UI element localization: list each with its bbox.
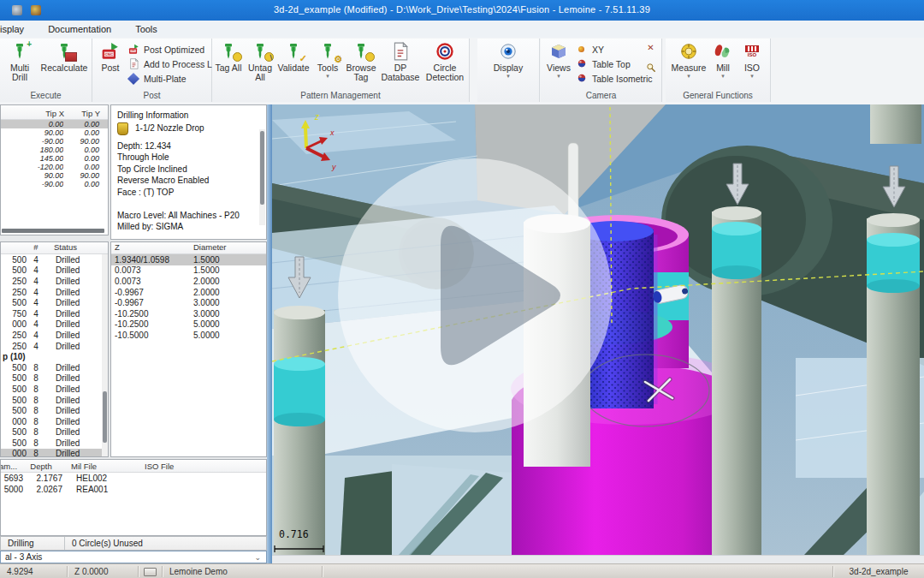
views-button[interactable]: Views [544,41,573,79]
table-row[interactable]: -0.99673.0000 [111,297,266,308]
table-row[interactable]: 0004Drilled [1,319,108,331]
table-row[interactable]: 180.000.00 [1,146,108,154]
post-optimized-button[interactable]: Post Optimized [128,42,221,57]
circle-detection-button[interactable]: Circle Detection [423,41,467,82]
table-row[interactable]: 5008Drilled [1,438,108,449]
table-top-button[interactable]: Table Top [577,57,653,71]
table-row[interactable]: 0008Drilled [1,449,108,457]
table-row[interactable]: -0.99672.0000 [111,287,266,298]
multi-drill-button[interactable]: + Multi Drill [2,41,38,82]
fit-view-icon-button[interactable]: ✕ [645,42,656,53]
table-row[interactable]: 1.9340/1.05981.5000 [111,254,266,265]
display-button[interactable]: Display [486,41,530,79]
z-diameter-table[interactable]: Z Diameter 1.9340/1.05981.50000.00731.50… [110,241,267,457]
file-table-header: am... Depth Mil File ISO File [1,460,266,473]
table-row[interactable]: -120.000.00 [1,163,108,171]
add-to-process-list-button[interactable]: Add to Process List [128,57,221,71]
table-row[interactable]: 2504Drilled [1,276,108,287]
recalculate-button[interactable]: Recalculate [38,41,91,73]
mill-file-table[interactable]: am... Depth Mil File ISO File 56932.1767… [0,459,267,536]
multi-plate-button[interactable]: Multi-Plate [128,71,221,86]
table-row[interactable]: 0.00732.0000 [111,276,266,287]
table-cell: 500 [1,265,27,275]
3d-viewport[interactable]: z x y 0.716 [272,104,924,555]
count-header[interactable]: # [27,242,45,253]
table-row[interactable]: 5004Drilled [1,297,108,308]
table-row[interactable]: 0.000.00 [1,120,108,128]
title-bar[interactable]: 3d-2d_example (Modified) - D:\Work_Drive… [0,0,924,21]
depth-header[interactable]: Depth [21,462,61,471]
measure-button[interactable]: Measure [669,41,708,79]
table-cell: 500 [1,396,27,405]
tip-y-header[interactable]: Tip Y [64,109,107,118]
menu-documentation[interactable]: Documentation [36,22,123,36]
untag-all-label: Untag All [245,63,275,82]
table-row[interactable]: 90.0090.00 [1,171,108,180]
table-row[interactable]: 5008Drilled [1,405,108,416]
iso-file-header[interactable]: ISO File [117,462,266,471]
table-row[interactable]: 2504Drilled [1,330,108,341]
untag-all-button[interactable]: ∖ Untag All [245,41,275,82]
display-label: Display [494,63,523,73]
menu-display[interactable]: isplay [0,22,36,36]
mill-button[interactable]: Mill [710,41,736,79]
diam-file-header[interactable]: am... [0,462,21,471]
nozzle-macro-icon [117,122,128,135]
mil-file-header[interactable]: Mil File [61,462,117,471]
table-row[interactable]: 0.00731.5000 [111,265,266,277]
post-button[interactable]: Post [96,41,125,73]
table-row[interactable]: 5004Drilled [1,265,108,277]
table-row[interactable]: 2504Drilled [1,287,108,298]
diameter-col-header[interactable]: Diameter [193,242,266,253]
menu-tools[interactable]: Tools [123,22,169,36]
dp-database-button[interactable]: DP Database [380,41,421,82]
table-isometric-button[interactable]: Table Isometric [577,71,653,86]
table-cell: 1.5000 [193,255,266,265]
document-tab[interactable]: 3d-2d_example [832,566,924,577]
table-row[interactable]: 5008Drilled [1,373,108,384]
table-row[interactable]: -10.50005.0000 [111,330,266,341]
table-row[interactable]: -10.25003.0000 [111,308,266,319]
table-top-label: Table Top [592,59,631,69]
diameter-header[interactable] [1,242,27,253]
table-row[interactable]: -90.000.00 [1,180,108,188]
drilling-info-scrollbar[interactable] [259,129,265,225]
status-table-scrollbar[interactable] [102,254,108,456]
xy-view-button[interactable]: XY [577,42,653,57]
main-content: Tip X Tip Y 0.000.0090.000.00-90.0090.00… [0,104,924,563]
validate-button[interactable]: ✓ Validate [277,41,310,73]
info-line: Reverse Macro Enabled [117,175,258,187]
circles-unused-status: 0 Circle(s) Unused [65,537,150,550]
tip-angle-table[interactable]: Tip X Tip Y 0.000.0090.000.00-90.0090.00… [0,104,109,235]
tag-all-button[interactable]: Tag All [214,41,243,73]
table-row[interactable]: 2504Drilled [1,341,108,352]
horizontal-scrollbar[interactable] [2,229,104,233]
x-axis-label: x [329,128,335,137]
table-row[interactable]: 5004Drilled [1,254,108,265]
table-cell: 250 [1,342,27,351]
z-header[interactable]: Z [111,242,193,253]
table-row[interactable]: 90.000.00 [1,128,108,137]
table-row[interactable]: -90.0090.00 [1,137,108,146]
iso-button[interactable]: ISO ISO [739,41,765,79]
browse-tag-button[interactable]: Browse Tag [344,41,378,82]
status-header[interactable]: Status [45,242,108,253]
table-row[interactable]: 5008Drilled [1,384,108,395]
table-cell: 90.00 [63,137,108,146]
table-row[interactable]: -10.25005.0000 [111,319,266,331]
tools-button[interactable]: ⚙ Tools [313,41,342,79]
zoom-tool-icon-button[interactable] [645,62,656,73]
table-row[interactable]: 5008Drilled [1,427,108,438]
table-row[interactable]: 50002.0267REA001 [1,484,266,495]
table-group-row[interactable]: p (10) [1,351,108,362]
tip-x-header[interactable]: Tip X [1,109,64,118]
hole-status-table[interactable]: # Status 5004Drilled5004Drilled2504Drill… [0,241,109,457]
machine-mode-dropdown[interactable]: al - 3 Axis ⌄ [0,551,267,563]
table-row[interactable]: 5008Drilled [1,362,108,373]
table-row[interactable]: 145.000.00 [1,154,108,163]
table-row[interactable]: 56932.1767HEL002 [1,473,266,484]
table-row[interactable]: 0008Drilled [1,416,108,427]
drilling-info-panel[interactable]: Drilling Information 1-1/2 Nozzle Drop D… [110,104,267,240]
table-row[interactable]: 5008Drilled [1,395,108,406]
table-row[interactable]: 7504Drilled [1,308,108,319]
